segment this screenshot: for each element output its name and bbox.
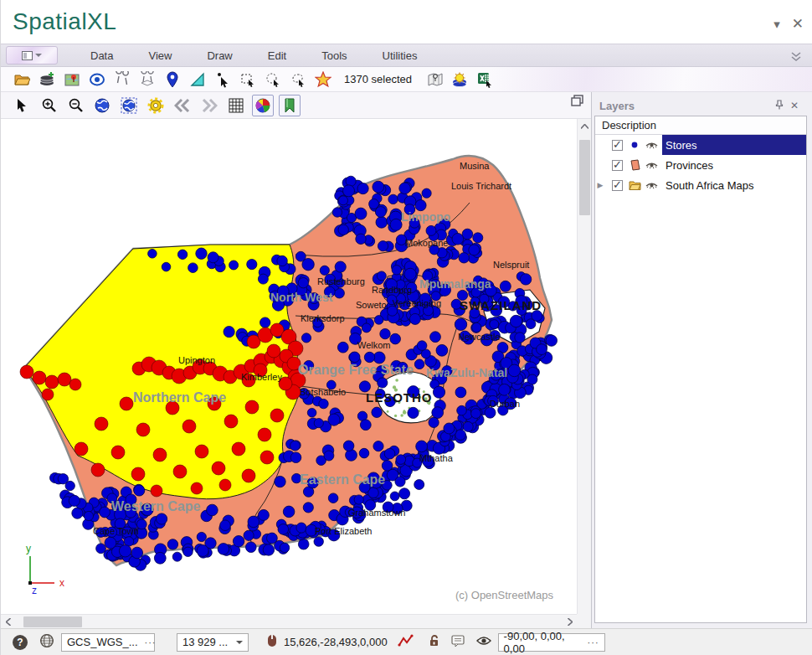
- layer-label[interactable]: Stores: [662, 135, 806, 155]
- bookmark-button[interactable]: [279, 95, 301, 116]
- help-icon[interactable]: ?: [13, 635, 28, 650]
- view-eye-icon[interactable]: [476, 636, 491, 648]
- vertical-scrollbar[interactable]: [577, 119, 591, 614]
- layer-row-south-africa-maps[interactable]: ▶ South Africa Maps: [595, 175, 806, 195]
- add-pin-button[interactable]: [162, 69, 183, 90]
- visibility-eye-icon[interactable]: [644, 161, 659, 170]
- store-dot: [537, 344, 547, 355]
- crs-more-button[interactable]: ···: [145, 637, 157, 647]
- store-dot: [422, 188, 431, 198]
- zoom-out-button[interactable]: [64, 95, 86, 116]
- store-dot: [457, 405, 467, 415]
- thematic-map-button[interactable]: [252, 95, 274, 116]
- horizontal-scroll-thumb[interactable]: [23, 616, 82, 627]
- menu-edit[interactable]: Edit: [250, 44, 304, 66]
- store-dot: [58, 474, 68, 484]
- scroll-right-icon[interactable]: [563, 615, 577, 629]
- layer-checkbox[interactable]: [612, 180, 623, 191]
- zoom-selection-button[interactable]: [118, 95, 140, 116]
- map-canvas[interactable]: LimpopoNorth WestMpumalangaKwaZulu-Natal…: [1, 119, 577, 614]
- selected-store-dot: [120, 397, 133, 410]
- settings-gear-button[interactable]: [145, 95, 167, 116]
- store-dot: [332, 208, 342, 217]
- layer-row-provinces[interactable]: Provinces: [595, 155, 806, 175]
- select-rectangle-button[interactable]: [237, 69, 259, 90]
- selected-store-dot: [20, 365, 33, 379]
- snap-icon[interactable]: [398, 634, 414, 650]
- layer-checkbox[interactable]: [612, 140, 623, 151]
- export-excel-button[interactable]: [474, 69, 496, 90]
- open-map-button[interactable]: [61, 69, 83, 90]
- layer-label[interactable]: Provinces: [662, 155, 806, 175]
- menu-utilities[interactable]: Utilities: [365, 44, 435, 66]
- store-dot: [388, 194, 398, 204]
- store-dot: [298, 278, 308, 288]
- store-dot: [258, 509, 269, 520]
- close-icon[interactable]: ✕: [792, 17, 804, 31]
- window-menu-icon[interactable]: ▾: [773, 18, 780, 30]
- annotation-icon[interactable]: [451, 635, 465, 650]
- menu-draw[interactable]: Draw: [189, 44, 249, 66]
- open-folder-button[interactable]: [11, 69, 33, 90]
- axis-z-label: z: [32, 585, 37, 596]
- scroll-up-icon[interactable]: [578, 119, 592, 133]
- scale-combobox[interactable]: 13 929 ...: [177, 633, 249, 652]
- vertical-scroll-thumb[interactable]: [579, 140, 590, 215]
- projection-globe-icon[interactable]: [39, 633, 54, 651]
- zoom-extents-button[interactable]: [91, 95, 113, 116]
- map-label-city: Randburg: [372, 285, 412, 295]
- measure-button[interactable]: [187, 69, 208, 90]
- map-label-city: Kimberley: [241, 372, 282, 382]
- pushpins-button[interactable]: [111, 69, 133, 90]
- map-label-city: Soweto: [356, 300, 387, 310]
- store-dot: [415, 200, 426, 211]
- select-circle-button[interactable]: [262, 69, 284, 90]
- close-panel-icon[interactable]: ✕: [787, 100, 802, 111]
- menu-tools[interactable]: Tools: [304, 44, 364, 66]
- layer-checkbox[interactable]: [612, 160, 623, 171]
- layer-label[interactable]: South Africa Maps: [662, 175, 806, 195]
- menu-data[interactable]: Data: [73, 44, 131, 66]
- dropdown-arrow-icon[interactable]: [236, 641, 243, 644]
- visibility-eye-icon[interactable]: [644, 141, 659, 150]
- next-view-button[interactable]: [198, 95, 220, 116]
- store-dot: [196, 248, 207, 259]
- selected-store-dot: [224, 415, 238, 428]
- map-toolbar: [1, 92, 591, 119]
- add-layer-button[interactable]: [36, 69, 58, 90]
- store-dot: [490, 320, 499, 329]
- bing-maps-button[interactable]: [86, 69, 108, 90]
- collapse-ribbon-icon[interactable]: [790, 50, 802, 65]
- locate-on-map-button[interactable]: [424, 69, 445, 90]
- restore-window-icon[interactable]: [571, 95, 584, 111]
- menu-view[interactable]: View: [131, 44, 189, 66]
- visibility-eye-icon[interactable]: [644, 181, 659, 190]
- store-dot: [298, 539, 309, 549]
- previous-view-button[interactable]: [172, 95, 193, 116]
- select-lasso-button[interactable]: [287, 69, 309, 90]
- mouse-coordinates: 15,626,-28,493,0,000: [284, 636, 388, 648]
- layout-switcher-button[interactable]: [6, 46, 58, 64]
- main-area: LimpopoNorth WestMpumalangaKwaZulu-Natal…: [1, 92, 812, 628]
- zoom-in-button[interactable]: [38, 95, 59, 116]
- crs-field[interactable]: GCS_WGS_... ···: [61, 633, 155, 652]
- pushpins-3d-button[interactable]: [136, 69, 158, 90]
- highlight-button[interactable]: [312, 69, 334, 90]
- pin-icon[interactable]: [772, 100, 787, 112]
- store-dot: [303, 503, 313, 513]
- select-cursor-button[interactable]: [212, 69, 234, 90]
- chevron-down-icon: [35, 54, 42, 57]
- horizontal-scrollbar[interactable]: [1, 614, 577, 628]
- refresh-layers-button[interactable]: [449, 69, 470, 90]
- store-dot: [314, 419, 323, 428]
- selected-store-dot: [258, 428, 271, 441]
- scroll-left-icon[interactable]: [1, 615, 15, 629]
- lock-icon[interactable]: [428, 634, 439, 650]
- camera-field[interactable]: -90,00, 0,00, 0,00 ···: [498, 633, 605, 652]
- expand-arrow-icon[interactable]: ▶: [595, 181, 605, 189]
- pointer-tool-button[interactable]: [11, 95, 33, 116]
- grid-button[interactable]: [225, 95, 247, 116]
- layer-row-stores[interactable]: Stores: [595, 135, 806, 155]
- camera-more-button[interactable]: ···: [588, 637, 599, 647]
- store-dot: [69, 495, 80, 506]
